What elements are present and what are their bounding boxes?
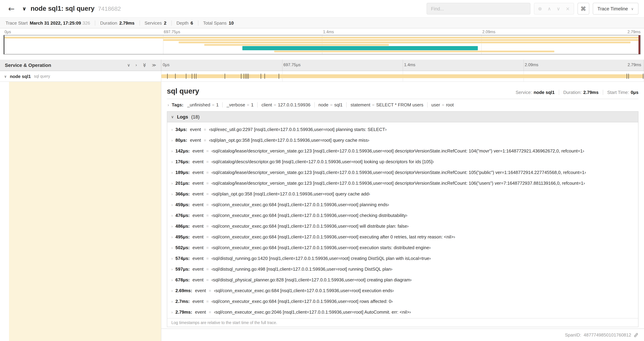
log-marker-tick[interactable] xyxy=(194,74,194,79)
logs-header[interactable]: ∨ Logs (18) xyxy=(167,112,638,122)
log-entry[interactable]: › 502μs: event = ‹sql/conn_executor_exec… xyxy=(167,242,638,253)
expand-log-icon[interactable]: › xyxy=(172,256,172,260)
log-marker-tick[interactable] xyxy=(627,74,627,79)
collapse-children-icon[interactable]: ∨ xyxy=(4,74,7,78)
detail-header: sql query Service: node sql1 Duration: 2… xyxy=(167,82,638,99)
minimap-tick-labels: 0μs697.75μs1.4ms2.09ms2.79ms xyxy=(4,30,640,35)
detail-operation-title: sql query xyxy=(167,87,199,96)
log-marker-tick[interactable] xyxy=(167,74,168,79)
log-entry[interactable]: › 80μs: event = ‹sql/plan_opt.go:358 [ns… xyxy=(167,135,638,146)
log-marker-tick[interactable] xyxy=(241,74,241,79)
log-marker-tick[interactable] xyxy=(265,74,265,79)
expand-log-icon[interactable]: › xyxy=(172,149,172,153)
minimap-canvas[interactable] xyxy=(4,35,640,54)
expand-one-icon[interactable]: › xyxy=(136,63,137,68)
trace-summary-item: Services 2 xyxy=(139,20,166,26)
expand-log-icon[interactable]: › xyxy=(172,192,172,196)
collapse-logs-icon[interactable]: ∨ xyxy=(171,115,174,119)
expand-log-icon[interactable]: › xyxy=(172,160,172,164)
log-entry[interactable]: › 2.7ms: event = ‹sql/conn_executor_exec… xyxy=(167,296,638,307)
minimap-tick-label: 697.75μs xyxy=(163,30,180,34)
log-entry[interactable]: › 597μs: event = ‹sql/distsql_running.go… xyxy=(167,264,638,274)
minimap-tick-label: 2.09ms xyxy=(481,30,495,34)
detail-meta: Service: node sql1 Duration: 2.79ms Star… xyxy=(516,90,638,96)
log-marker-tick[interactable] xyxy=(192,74,192,79)
minimap-span-bar xyxy=(179,42,631,43)
expand-log-icon[interactable]: › xyxy=(172,224,172,228)
minimap-tick-label: 2.79ms xyxy=(626,30,640,34)
collapse-all-icon[interactable]: ≫ xyxy=(142,63,147,67)
trace-view-selector-button[interactable]: Trace Timeline ∨ xyxy=(592,3,638,15)
keyboard-shortcuts-button[interactable]: ⌘ xyxy=(577,3,589,15)
expand-log-icon[interactable]: › xyxy=(172,267,172,271)
back-button[interactable]: ← xyxy=(6,3,17,15)
expand-log-icon[interactable]: › xyxy=(172,127,172,132)
span-row-timeline-cell[interactable] xyxy=(161,71,644,82)
log-marker-tick[interactable] xyxy=(247,74,247,79)
log-entry[interactable]: › 486μs: event = ‹sql/conn_executor_exec… xyxy=(167,221,638,231)
expand-log-icon[interactable]: › xyxy=(172,213,172,217)
expand-log-icon[interactable]: › xyxy=(172,203,172,207)
timeline-header: Service & Operation ∨ › ≫ ≫ 0μs697.75μs1… xyxy=(0,60,644,71)
collapse-one-icon[interactable]: ∨ xyxy=(127,63,130,68)
log-entry[interactable]: › 34μs: event = ‹sql/exec_util.go:2297 [… xyxy=(167,124,638,135)
log-marker-tick[interactable] xyxy=(245,74,246,79)
expand-tags-icon[interactable]: › xyxy=(168,102,169,107)
trace-summary-bar: Trace Start March 31 2022, 17:25:09 .326… xyxy=(0,17,644,29)
log-marker-tick[interactable] xyxy=(278,74,279,79)
log-marker-tick[interactable] xyxy=(244,74,244,79)
next-match-icon[interactable]: ∨ xyxy=(556,6,560,12)
log-entry[interactable]: › 459μs: event = ‹sql/conn_executor_exec… xyxy=(167,199,638,210)
log-marker-tick[interactable] xyxy=(186,74,186,79)
copy-link-icon[interactable] xyxy=(634,332,638,337)
minimap-span-bar xyxy=(242,46,478,50)
trace-title: node sql1: sql query 7418682 xyxy=(30,5,121,13)
log-marker-tick[interactable] xyxy=(175,74,176,79)
log-entry[interactable]: › 2.79ms: event = ‹sql/conn_executor_exe… xyxy=(167,307,638,317)
expand-log-icon[interactable]: › xyxy=(172,170,172,174)
tag-item: user = root xyxy=(427,102,454,107)
log-entry[interactable]: › 476μs: event = ‹sql/conn_executor_exec… xyxy=(167,210,638,221)
span-row-name-cell[interactable]: ∨ node sql1 sql query xyxy=(0,71,161,82)
log-entry[interactable]: › 201μs: event = ‹sql/catalog/lease/desc… xyxy=(167,178,638,189)
log-entry[interactable]: › 366μs: event = ‹sql/plan_opt.go:358 [n… xyxy=(167,189,638,199)
minimap-span-bar xyxy=(204,44,389,46)
focus-match-icon[interactable]: ⊕ xyxy=(538,6,542,12)
log-marker-tick[interactable] xyxy=(643,74,643,79)
minimap-left-scrubber[interactable] xyxy=(4,35,4,54)
log-entry[interactable]: › 678μs: event = ‹sql/distsql_physical_p… xyxy=(167,274,638,285)
expand-log-icon[interactable]: › xyxy=(172,138,172,142)
span-row[interactable]: ∨ node sql1 sql query xyxy=(0,71,644,82)
log-entry[interactable]: › 142μs: event = ‹sql/catalog/lease/desc… xyxy=(167,146,638,156)
log-entry[interactable]: › 495μs: event = ‹sql/conn_executor_exec… xyxy=(167,231,638,242)
detail-meta-item: Start Time: 0μs xyxy=(602,90,638,95)
span-duration-bar[interactable] xyxy=(161,74,644,78)
log-entry[interactable]: › 2.69ms: event = ‹sql/conn_executor_exe… xyxy=(167,285,638,296)
tag-item: _unfinished = 1 xyxy=(187,102,219,107)
log-marker-tick[interactable] xyxy=(196,74,196,79)
logs-note: Log timestamps are relative to the start… xyxy=(167,318,638,327)
expand-log-icon[interactable]: › xyxy=(172,181,172,185)
log-entry[interactable]: › 574μs: event = ‹sql/distsql_running.go… xyxy=(167,253,638,264)
expand-log-icon[interactable]: › xyxy=(172,235,172,239)
clear-search-icon[interactable]: × xyxy=(566,6,570,12)
expand-log-icon[interactable]: › xyxy=(172,310,172,314)
expand-all-icon[interactable]: ≫ xyxy=(152,63,156,68)
log-marker-tick[interactable] xyxy=(261,74,261,79)
expand-log-icon[interactable]: › xyxy=(172,278,172,282)
prev-match-icon[interactable]: ∧ xyxy=(548,6,551,12)
span-detail-area: sql query Service: node sql1 Duration: 2… xyxy=(0,82,644,341)
expand-log-icon[interactable]: › xyxy=(172,288,172,293)
log-marker-tick[interactable] xyxy=(248,74,248,79)
tag-item: client = 127.0.0.1:59936 xyxy=(257,102,310,107)
log-entry[interactable]: › 189μs: event = ‹sql/catalog/lease/desc… xyxy=(167,167,638,178)
expand-log-icon[interactable]: › xyxy=(172,245,172,250)
minimap-right-scrubber[interactable] xyxy=(638,35,640,54)
log-marker-tick[interactable] xyxy=(628,74,629,79)
find-input[interactable] xyxy=(426,3,530,15)
log-marker-tick[interactable] xyxy=(224,74,225,79)
tags-row[interactable]: › Tags: _unfinished = 1 _verbose = xyxy=(167,99,638,111)
collapse-trace-icon[interactable]: ∨ xyxy=(22,6,26,12)
log-entry[interactable]: › 176μs: event = ‹sql/catalog/descs/desc… xyxy=(167,156,638,167)
expand-log-icon[interactable]: › xyxy=(172,299,172,303)
